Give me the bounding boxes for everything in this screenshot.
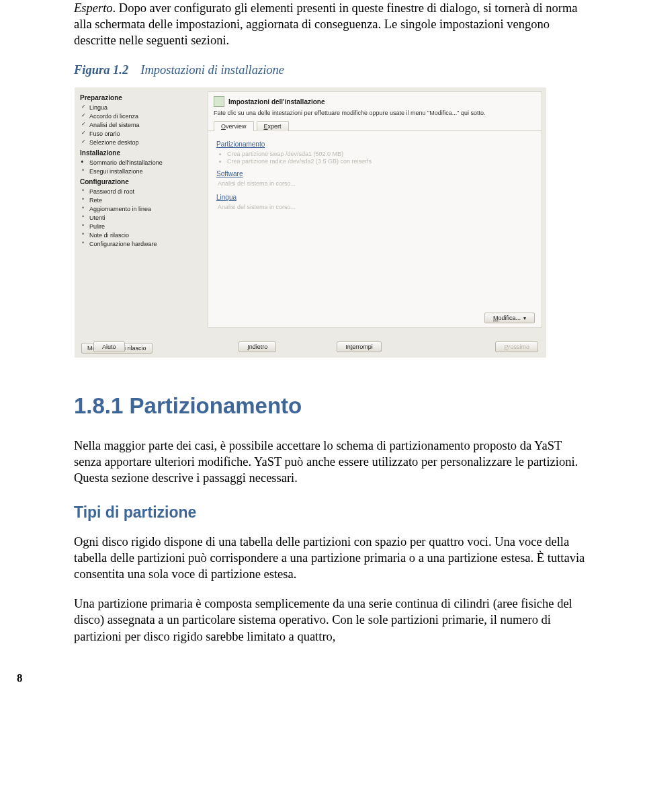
bottom-button-row: Aiuto Indietro Interrompi Prossimo [75,341,546,352]
sidebar: Preparazione Lingua Accordo di licenza A… [75,87,208,358]
section-181-heading: 1.8.1 Partizionamento [74,393,588,419]
main-subtitle: Fate clic su una delle intestazioni per … [208,110,542,120]
sidebar-group-installazione: Installazione [80,149,202,157]
settings-icon [214,96,224,107]
abort-button[interactable]: Interrompi [337,341,382,352]
page-number: 8 [17,672,531,685]
figure-title: Impostazioni di installazione [140,63,284,77]
section-tipi-para2: Una partizione primaria è composta sempl… [74,596,588,644]
main-panel: Impostazioni dell'installazione Fate cli… [208,91,542,328]
language-link[interactable]: Lingua [216,194,533,201]
sidebar-item-current[interactable]: Sommario dell'installazione [80,158,202,167]
sidebar-item[interactable]: Utenti [80,213,202,222]
sidebar-item[interactable]: Accordo di licenza [80,112,202,120]
tab-expert[interactable]: Expert [257,121,289,131]
sidebar-item[interactable]: Lingua [80,103,202,112]
sidebar-item[interactable]: Analisi del sistema [80,120,202,129]
sidebar-item[interactable]: Password di root [80,187,202,196]
sidebar-group-configurazione: Configurazione [80,178,202,186]
figure-caption: Figura 1.2Impostazioni di installazione [74,63,588,77]
sidebar-item[interactable]: Fuso orario [80,129,202,138]
dropdown-icon: ▾ [523,315,526,321]
tab-overview[interactable]: Overview [214,121,254,131]
sidebar-item[interactable]: Rete [80,196,202,204]
panel-body: Partizionamento Crea partizione swap /de… [208,131,542,222]
next-button[interactable]: Prossimo [495,341,538,352]
back-button[interactable]: Indietro [239,341,276,352]
intro-emphasis: Esperto [74,1,113,15]
figure-number: Figura 1.2 [74,63,128,77]
sidebar-item[interactable]: Aggiornamento in linea [80,204,202,213]
intro-text: . Dopo aver configurato gli elementi pre… [74,1,578,47]
partitioning-item: Crea partizione radice /dev/sda2 (3.5 GB… [227,158,533,165]
sidebar-item[interactable]: Pulire [80,222,202,231]
main-title-row: Impostazioni dell'installazione [208,92,542,110]
intro-paragraph: Esperto. Dopo aver configurato gli eleme… [74,0,588,48]
sidebar-item[interactable]: Configurazione hardware [80,239,202,248]
sidebar-item[interactable]: Esegui installazione [80,167,202,175]
help-button[interactable]: Aiuto [93,341,125,352]
sidebar-item[interactable]: Note di rilascio [80,231,202,239]
partitioning-items: Crea partizione swap /dev/sda1 (502.0 MB… [227,151,533,165]
sidebar-item[interactable]: Selezione desktop [80,138,202,147]
tab-row: Overview Expert [208,120,542,131]
partitioning-item: Crea partizione swap /dev/sda1 (502.0 MB… [227,151,533,157]
main-title: Impostazioni dell'installazione [228,98,325,106]
software-link[interactable]: Software [216,170,533,177]
software-busy: Analisi del sistema in corso... [218,180,533,187]
section-181-paragraph: Nella maggior parte dei casi, è possibil… [74,438,588,486]
partitioning-link[interactable]: Partizionamento [216,140,533,148]
installer-screenshot: Preparazione Lingua Accordo di licenza A… [74,87,547,358]
section-tipi-heading: Tipi di partizione [74,503,588,522]
sidebar-group-preparazione: Preparazione [80,94,202,102]
language-busy: Analisi del sistema in corso... [218,204,533,210]
section-tipi-para1: Ogni disco rigido dispone di una tabella… [74,534,588,582]
modify-button[interactable]: Modifica...▾ [484,313,535,323]
